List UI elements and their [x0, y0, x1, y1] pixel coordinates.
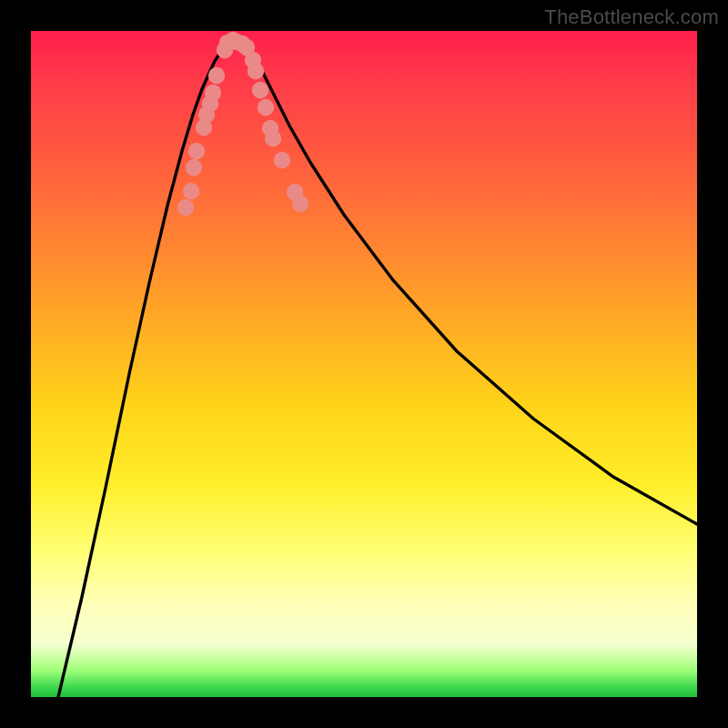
right-curve — [240, 39, 697, 524]
data-dot — [177, 199, 194, 216]
data-dot — [258, 99, 274, 116]
data-dot — [252, 82, 268, 98]
left-curve — [58, 39, 231, 697]
data-dot — [205, 85, 221, 101]
chart-frame: TheBottleneck.com — [0, 0, 728, 728]
watermark-text: TheBottleneck.com — [544, 5, 719, 29]
data-dot — [183, 183, 199, 199]
chart-svg — [31, 31, 697, 697]
data-dot — [248, 63, 264, 79]
data-dot — [274, 152, 290, 168]
data-dot — [188, 143, 205, 159]
data-dot — [208, 67, 225, 84]
data-dot — [186, 159, 202, 176]
plot-area — [31, 31, 697, 697]
data-dot — [265, 130, 281, 147]
data-dot — [292, 196, 308, 212]
